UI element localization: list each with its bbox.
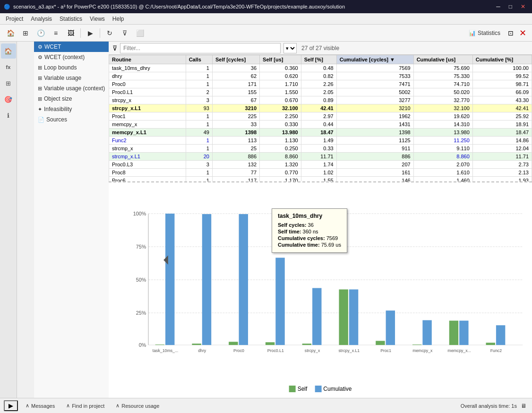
cell-self-us: 0.620 xyxy=(260,72,301,80)
minimize-button[interactable]: ─ xyxy=(493,2,503,11)
sidebar-item-variable-context-label: Variable usage (context) xyxy=(44,85,105,92)
col-self-us[interactable]: Self [us] xyxy=(260,55,301,64)
table-row[interactable]: dhry 1 62 0.620 0.82 7533 75.330 99.52 xyxy=(109,72,532,80)
cell-cum-cycles: 1962 xyxy=(336,112,413,120)
col-cum-pct[interactable]: Cumulative [%] xyxy=(472,55,532,64)
svg-text:memcpy_x: memcpy_x xyxy=(412,348,433,353)
cell-self-cycles: 117 xyxy=(212,177,259,183)
svg-rect-28 xyxy=(449,321,458,345)
refresh-button[interactable]: ↻ xyxy=(103,26,116,40)
table-container[interactable]: Routine Calls Self [cycles] Self [us] Se… xyxy=(109,55,532,182)
svg-text:dhry: dhry xyxy=(198,348,206,353)
overall-time: Overall analysis time: 1s xyxy=(461,403,517,409)
col-calls[interactable]: Calls xyxy=(186,55,212,64)
svg-text:Proc1: Proc1 xyxy=(380,348,391,353)
cell-calls: 49 xyxy=(186,129,212,137)
table-row[interactable]: Proc0.L1 2 155 1.550 2.05 5002 50.020 66… xyxy=(109,88,532,96)
svg-text:Proc0: Proc0 xyxy=(233,348,244,353)
resource-item[interactable]: ∧ Resource usage xyxy=(112,402,163,410)
legend-cumulative: Cumulative xyxy=(315,386,352,392)
statusbar-icon-button[interactable]: 🖥 xyxy=(519,401,528,411)
col-routine[interactable]: Routine xyxy=(109,55,186,64)
menu-help[interactable]: Help xyxy=(109,15,128,23)
filter-dropdown[interactable]: ▾ xyxy=(283,43,297,53)
table-row[interactable]: strcpy_x 3 67 0.670 0.89 3277 32.770 43.… xyxy=(109,96,532,104)
svg-text:100%: 100% xyxy=(133,211,146,216)
table-row[interactable]: Func2 1 113 1.130 1.49 1125 11.250 14.86 xyxy=(109,137,532,145)
table-row[interactable]: Proc6 1 117 1.170 1.55 146 1.460 1.93 xyxy=(109,177,532,183)
expand-button[interactable]: ▶ xyxy=(4,400,18,411)
sidebar-icon-fx[interactable]: fx xyxy=(1,60,16,75)
svg-text:Proc0.L1: Proc0.L1 xyxy=(267,348,284,353)
variable-context-icon: ⊞ xyxy=(38,86,42,92)
filter-input[interactable] xyxy=(120,43,281,53)
cell-routine: strcmp_x xyxy=(109,145,186,153)
sidebar-item-loop-label: Loop bounds xyxy=(44,64,77,71)
cell-routine: Proc8 xyxy=(109,169,186,177)
statusbar: ▶ ∧ Messages ∧ Find in project ∧ Resourc… xyxy=(0,398,532,413)
menu-views[interactable]: Views xyxy=(86,15,109,23)
restore-window-button[interactable]: ⊡ xyxy=(506,27,515,39)
cell-self-us: 32.100 xyxy=(260,104,301,112)
restore-button[interactable]: □ xyxy=(506,2,515,11)
cell-cum-pct: 25.92 xyxy=(472,112,532,120)
toolbar-separator xyxy=(80,28,81,38)
cell-routine: Proc0.L1 xyxy=(109,88,186,96)
chart-legend: Self Cumulative xyxy=(289,386,352,392)
cell-cum-us: 75.690 xyxy=(413,64,472,72)
cell-cum-us: 9.110 xyxy=(413,145,472,153)
menu-analysis[interactable]: Analysis xyxy=(27,15,56,23)
table-row[interactable]: memcpy_x.L1 49 1398 13.980 18.47 1398 13… xyxy=(109,129,532,137)
close-button[interactable]: ✕ xyxy=(518,2,528,11)
svg-rect-23 xyxy=(349,289,358,345)
cell-calls: 93 xyxy=(186,104,212,112)
statistics-label: Statistics xyxy=(478,30,500,36)
table-row[interactable]: strcpy_x.L1 93 3210 32.100 42.41 3210 32… xyxy=(109,104,532,112)
list-button[interactable]: ≡ xyxy=(49,26,62,40)
table-row[interactable]: Proc1 1 225 2.250 2.97 1962 19.620 25.92 xyxy=(109,112,532,120)
cell-cum-cycles: 1125 xyxy=(336,137,413,145)
grid-button[interactable]: ⊞ xyxy=(19,26,32,40)
cell-cum-pct: 42.41 xyxy=(472,104,532,112)
sidebar-icon-target[interactable]: 🎯 xyxy=(1,92,16,107)
col-self-pct[interactable]: Self [%] xyxy=(301,55,336,64)
col-cum-cycles[interactable]: Cumulative [cycles] ▼ xyxy=(336,55,413,64)
col-self-cycles[interactable]: Self [cycles] xyxy=(212,55,259,64)
export-button[interactable]: ⬜ xyxy=(133,26,146,40)
close-panel-button[interactable]: ✕ xyxy=(517,26,528,40)
sidebar-icon-info[interactable]: ℹ xyxy=(1,108,16,123)
statistics-button[interactable]: 📊 Statistics xyxy=(465,28,504,38)
cell-self-us: 0.250 xyxy=(260,145,301,153)
menu-statistics[interactable]: Statistics xyxy=(56,15,86,23)
image-button[interactable]: 🖼 xyxy=(64,26,77,40)
cell-self-cycles: 25 xyxy=(212,145,259,153)
filter-button[interactable]: ⊽ xyxy=(118,26,131,40)
cell-cum-cycles: 3210 xyxy=(336,104,413,112)
sidebar-icon-home[interactable]: 🏠 xyxy=(1,43,16,59)
table-row[interactable]: strcmp_x.L1 20 886 8.860 11.71 886 8.860… xyxy=(109,153,532,161)
table-row[interactable]: memcpy_x 1 33 0.330 0.44 1431 14.310 18.… xyxy=(109,120,532,129)
cell-cum-pct: 99.52 xyxy=(472,72,532,80)
chart-area: 100% 75% 50% 25% 0% xyxy=(109,182,532,398)
cell-self-pct: 1.49 xyxy=(301,137,336,145)
clock-button[interactable]: 🕐 xyxy=(34,26,47,40)
svg-text:50%: 50% xyxy=(136,277,146,283)
table-row[interactable]: Proc8 1 77 0.770 1.02 161 1.610 2.13 xyxy=(109,169,532,177)
col-cum-us[interactable]: Cumulative [us] xyxy=(413,55,472,64)
cell-calls: 1 xyxy=(186,80,212,88)
table-row[interactable]: strcmp_x 1 25 0.250 0.33 911 9.110 12.04 xyxy=(109,145,532,153)
svg-rect-21 xyxy=(312,288,321,345)
cell-calls: 3 xyxy=(186,161,212,169)
find-item[interactable]: ∧ Find in project xyxy=(62,402,108,410)
table-row[interactable]: task_10ms_dhry 1 36 0.360 0.48 7569 75.6… xyxy=(109,64,532,72)
home-button[interactable]: 🏠 xyxy=(4,26,17,40)
play-button[interactable]: ▶ xyxy=(84,26,97,40)
cell-self-us: 0.330 xyxy=(260,120,301,129)
messages-item[interactable]: ∧ Messages xyxy=(22,402,59,410)
table-row[interactable]: Proc0 1 171 1.710 2.26 7471 74.710 98.71 xyxy=(109,80,532,88)
cell-routine: task_10ms_dhry xyxy=(109,64,186,72)
table-row[interactable]: Proc0.L3 3 132 1.320 1.74 207 2.070 2.73 xyxy=(109,161,532,169)
cell-self-cycles: 1398 xyxy=(212,129,259,137)
sidebar-icon-grid[interactable]: ⊞ xyxy=(1,76,16,91)
menu-project[interactable]: Project xyxy=(2,15,27,23)
